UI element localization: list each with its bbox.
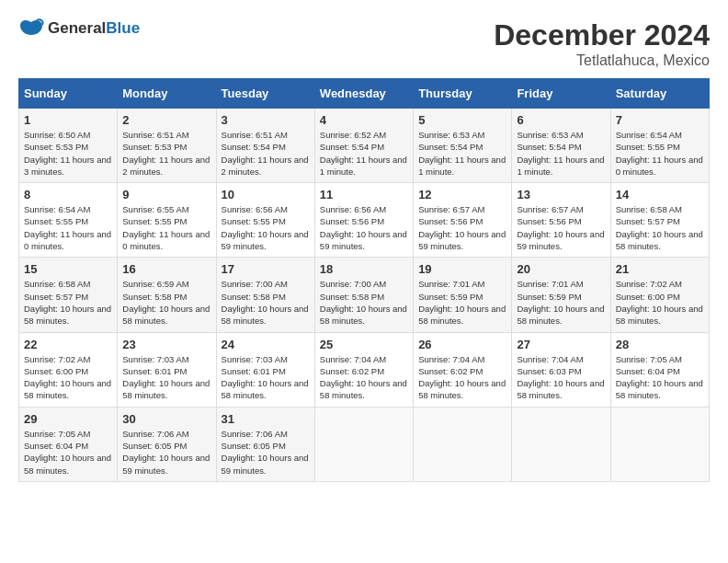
logo-general-text: General xyxy=(48,19,106,37)
weekday-header-saturday: Saturday xyxy=(610,79,709,109)
day-number: 1 xyxy=(24,113,112,127)
page-header: GeneralBlue December 2024 Tetlatlahuca, … xyxy=(18,18,710,69)
calendar-day-cell: 11Sunrise: 6:56 AM Sunset: 5:56 PM Dayli… xyxy=(314,183,413,258)
logo-blue-text: Blue xyxy=(106,19,140,37)
calendar-day-cell: 8Sunrise: 6:54 AM Sunset: 5:55 PM Daylig… xyxy=(19,183,118,258)
day-number: 22 xyxy=(24,338,112,351)
calendar-table: SundayMondayTuesdayWednesdayThursdayFrid… xyxy=(18,78,710,482)
logo-bird-icon xyxy=(18,18,44,39)
calendar-day-cell: 10Sunrise: 6:56 AM Sunset: 5:55 PM Dayli… xyxy=(216,183,314,258)
calendar-day-cell: 12Sunrise: 6:57 AM Sunset: 5:56 PM Dayli… xyxy=(414,183,512,258)
weekday-header-friday: Friday xyxy=(512,79,610,109)
day-info: Sunrise: 7:03 AM Sunset: 6:01 PM Dayligh… xyxy=(222,353,310,402)
day-number: 7 xyxy=(616,113,704,127)
empty-cell xyxy=(610,407,709,481)
day-info: Sunrise: 6:51 AM Sunset: 5:53 PM Dayligh… xyxy=(122,129,210,178)
calendar-day-cell: 27Sunrise: 7:04 AM Sunset: 6:03 PM Dayli… xyxy=(512,332,610,407)
calendar-day-cell: 4Sunrise: 6:52 AM Sunset: 5:54 PM Daylig… xyxy=(314,109,413,183)
day-number: 9 xyxy=(122,188,210,201)
day-info: Sunrise: 6:56 AM Sunset: 5:55 PM Dayligh… xyxy=(222,203,310,252)
day-info: Sunrise: 6:55 AM Sunset: 5:55 PM Dayligh… xyxy=(122,203,210,252)
day-number: 10 xyxy=(222,188,310,201)
month-title: December 2024 xyxy=(494,18,710,52)
calendar-day-cell: 24Sunrise: 7:03 AM Sunset: 6:01 PM Dayli… xyxy=(216,332,314,407)
day-info: Sunrise: 6:58 AM Sunset: 5:57 PM Dayligh… xyxy=(24,278,112,327)
day-number: 16 xyxy=(122,262,210,276)
calendar-day-cell: 28Sunrise: 7:05 AM Sunset: 6:04 PM Dayli… xyxy=(610,332,709,407)
day-number: 20 xyxy=(517,262,605,276)
day-number: 30 xyxy=(122,412,210,426)
day-info: Sunrise: 6:57 AM Sunset: 5:56 PM Dayligh… xyxy=(517,203,605,252)
day-number: 3 xyxy=(222,113,310,127)
empty-cell xyxy=(314,407,413,481)
weekday-header-row: SundayMondayTuesdayWednesdayThursdayFrid… xyxy=(19,79,710,109)
calendar-week-row: 1Sunrise: 6:50 AM Sunset: 5:53 PM Daylig… xyxy=(19,109,710,183)
day-info: Sunrise: 7:06 AM Sunset: 6:05 PM Dayligh… xyxy=(122,428,210,477)
calendar-day-cell: 22Sunrise: 7:02 AM Sunset: 6:00 PM Dayli… xyxy=(19,332,118,407)
calendar-day-cell: 16Sunrise: 6:59 AM Sunset: 5:58 PM Dayli… xyxy=(118,258,216,332)
day-number: 21 xyxy=(616,262,704,276)
day-number: 19 xyxy=(418,262,506,276)
day-info: Sunrise: 7:06 AM Sunset: 6:05 PM Dayligh… xyxy=(222,428,310,477)
calendar-day-cell: 31Sunrise: 7:06 AM Sunset: 6:05 PM Dayli… xyxy=(216,407,314,481)
calendar-day-cell: 1Sunrise: 6:50 AM Sunset: 5:53 PM Daylig… xyxy=(19,109,118,183)
day-number: 12 xyxy=(418,188,506,201)
day-info: Sunrise: 7:05 AM Sunset: 6:04 PM Dayligh… xyxy=(24,428,112,477)
day-number: 6 xyxy=(517,113,605,127)
day-info: Sunrise: 6:56 AM Sunset: 5:56 PM Dayligh… xyxy=(320,203,408,252)
calendar-day-cell: 25Sunrise: 7:04 AM Sunset: 6:02 PM Dayli… xyxy=(314,332,413,407)
calendar-day-cell: 18Sunrise: 7:00 AM Sunset: 5:58 PM Dayli… xyxy=(314,258,413,332)
calendar-day-cell: 13Sunrise: 6:57 AM Sunset: 5:56 PM Dayli… xyxy=(512,183,610,258)
day-info: Sunrise: 7:00 AM Sunset: 5:58 PM Dayligh… xyxy=(222,278,310,327)
day-info: Sunrise: 6:50 AM Sunset: 5:53 PM Dayligh… xyxy=(24,129,112,178)
day-info: Sunrise: 7:03 AM Sunset: 6:01 PM Dayligh… xyxy=(122,353,210,402)
day-number: 26 xyxy=(418,338,506,351)
day-number: 14 xyxy=(616,188,704,201)
day-number: 23 xyxy=(122,338,210,351)
calendar-week-row: 22Sunrise: 7:02 AM Sunset: 6:00 PM Dayli… xyxy=(19,332,710,407)
calendar-day-cell: 7Sunrise: 6:54 AM Sunset: 5:55 PM Daylig… xyxy=(610,109,709,183)
weekday-header-sunday: Sunday xyxy=(19,79,118,109)
day-info: Sunrise: 6:53 AM Sunset: 5:54 PM Dayligh… xyxy=(517,129,605,178)
location-title: Tetlatlahuca, Mexico xyxy=(494,52,710,69)
day-info: Sunrise: 7:04 AM Sunset: 6:02 PM Dayligh… xyxy=(320,353,408,402)
calendar-day-cell: 21Sunrise: 7:02 AM Sunset: 6:00 PM Dayli… xyxy=(610,258,709,332)
calendar-day-cell: 2Sunrise: 6:51 AM Sunset: 5:53 PM Daylig… xyxy=(118,109,216,183)
calendar-day-cell: 29Sunrise: 7:05 AM Sunset: 6:04 PM Dayli… xyxy=(19,407,118,481)
calendar-day-cell: 19Sunrise: 7:01 AM Sunset: 5:59 PM Dayli… xyxy=(414,258,512,332)
weekday-header-monday: Monday xyxy=(118,79,216,109)
day-number: 29 xyxy=(24,412,112,426)
day-number: 11 xyxy=(320,188,408,201)
day-info: Sunrise: 6:53 AM Sunset: 5:54 PM Dayligh… xyxy=(418,129,506,178)
day-number: 27 xyxy=(517,338,605,351)
calendar-week-row: 29Sunrise: 7:05 AM Sunset: 6:04 PM Dayli… xyxy=(19,407,710,481)
day-number: 5 xyxy=(418,113,506,127)
day-number: 2 xyxy=(122,113,210,127)
calendar-day-cell: 9Sunrise: 6:55 AM Sunset: 5:55 PM Daylig… xyxy=(118,183,216,258)
day-number: 24 xyxy=(222,338,310,351)
calendar-day-cell: 20Sunrise: 7:01 AM Sunset: 5:59 PM Dayli… xyxy=(512,258,610,332)
day-info: Sunrise: 7:01 AM Sunset: 5:59 PM Dayligh… xyxy=(418,278,506,327)
calendar-day-cell: 15Sunrise: 6:58 AM Sunset: 5:57 PM Dayli… xyxy=(19,258,118,332)
calendar-day-cell: 5Sunrise: 6:53 AM Sunset: 5:54 PM Daylig… xyxy=(414,109,512,183)
day-number: 31 xyxy=(222,412,310,426)
day-info: Sunrise: 6:51 AM Sunset: 5:54 PM Dayligh… xyxy=(222,129,310,178)
day-info: Sunrise: 7:04 AM Sunset: 6:03 PM Dayligh… xyxy=(517,353,605,402)
day-info: Sunrise: 6:57 AM Sunset: 5:56 PM Dayligh… xyxy=(418,203,506,252)
calendar-day-cell: 6Sunrise: 6:53 AM Sunset: 5:54 PM Daylig… xyxy=(512,109,610,183)
day-info: Sunrise: 6:59 AM Sunset: 5:58 PM Dayligh… xyxy=(122,278,210,327)
day-number: 17 xyxy=(222,262,310,276)
day-number: 25 xyxy=(320,338,408,351)
day-info: Sunrise: 6:52 AM Sunset: 5:54 PM Dayligh… xyxy=(320,129,408,178)
day-info: Sunrise: 6:54 AM Sunset: 5:55 PM Dayligh… xyxy=(24,203,112,252)
empty-cell xyxy=(512,407,610,481)
day-info: Sunrise: 7:04 AM Sunset: 6:02 PM Dayligh… xyxy=(418,353,506,402)
day-number: 13 xyxy=(517,188,605,201)
calendar-day-cell: 17Sunrise: 7:00 AM Sunset: 5:58 PM Dayli… xyxy=(216,258,314,332)
day-number: 4 xyxy=(320,113,408,127)
calendar-day-cell: 30Sunrise: 7:06 AM Sunset: 6:05 PM Dayli… xyxy=(118,407,216,481)
day-info: Sunrise: 7:02 AM Sunset: 6:00 PM Dayligh… xyxy=(616,278,704,327)
day-number: 28 xyxy=(616,338,704,351)
logo: GeneralBlue xyxy=(18,18,140,39)
calendar-day-cell: 3Sunrise: 6:51 AM Sunset: 5:54 PM Daylig… xyxy=(216,109,314,183)
